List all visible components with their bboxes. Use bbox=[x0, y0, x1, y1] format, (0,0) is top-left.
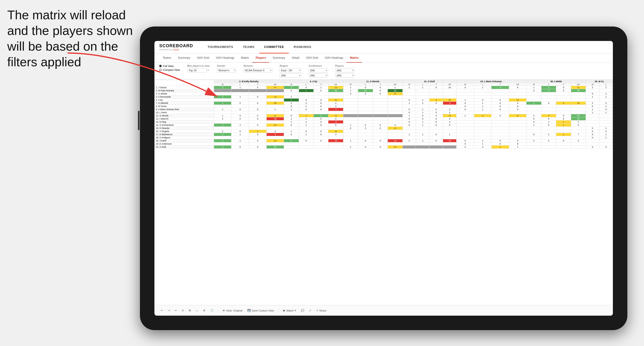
redo-btn[interactable]: ↪ bbox=[166, 308, 171, 313]
matrix-cell bbox=[509, 92, 526, 95]
subnav-teams[interactable]: Teams bbox=[159, 53, 174, 63]
region-select[interactable]: East - DII West - DII bbox=[280, 68, 301, 73]
matrix-cell: 2 bbox=[358, 124, 373, 127]
matrix-cell bbox=[541, 99, 556, 102]
players-sub-select[interactable]: (All) bbox=[335, 73, 354, 78]
subnav-h2h-grid2[interactable]: H2H Grid bbox=[302, 53, 322, 63]
matrix-cell: 5 bbox=[443, 124, 456, 127]
matrix-cell bbox=[299, 146, 314, 149]
back-btn[interactable]: ↩ bbox=[173, 308, 178, 313]
matrix-content[interactable]: 2. M Kelly Mulcahy 6. A Dy 11. G Woods 2… bbox=[154, 80, 613, 305]
matrix-cell: 1 bbox=[416, 133, 430, 136]
player-name-cell[interactable]: 14. S Srichantamit bbox=[155, 124, 214, 127]
compact-view-option[interactable]: Compact View bbox=[159, 68, 180, 71]
division-select[interactable]: NCAA Division II NCAA Division I NCAA Di… bbox=[244, 68, 272, 73]
player-name-cell[interactable]: 1. J Garcia bbox=[155, 86, 214, 89]
player-name-cell[interactable]: 21. O Stoll bbox=[155, 146, 214, 149]
region-sub-select-wrapper[interactable]: (All) bbox=[280, 73, 301, 78]
division-select-wrapper[interactable]: NCAA Division II NCAA Division I NCAA Di… bbox=[244, 68, 272, 73]
minus-btn[interactable]: — bbox=[194, 308, 200, 313]
view-original-btn[interactable]: 👁 View: Original bbox=[221, 308, 244, 313]
max-players-select[interactable]: Top 25 Top 10 Top 50 All bbox=[187, 68, 206, 73]
subnav-detail[interactable]: Detail bbox=[288, 53, 302, 63]
matrix-cell bbox=[526, 136, 541, 139]
nav-rankings[interactable]: RANKINGS bbox=[289, 41, 316, 53]
matrix-cell bbox=[556, 127, 571, 130]
refresh-btn[interactable]: ⊙ bbox=[180, 308, 185, 313]
player-name-cell[interactable]: 7. O Mitchell bbox=[155, 102, 214, 105]
player-name-cell[interactable]: 3. S Jelinek bbox=[155, 92, 214, 95]
matrix-cell bbox=[430, 136, 443, 139]
subnav-players[interactable]: Players bbox=[252, 53, 269, 63]
undo-btn[interactable]: ↩ bbox=[159, 308, 164, 313]
save-custom-btn[interactable]: 💾 Save Custom View bbox=[246, 308, 276, 313]
subnav-summary2[interactable]: Summary bbox=[269, 53, 288, 63]
player-name-cell[interactable]: 11. G Woods bbox=[155, 114, 214, 117]
matrix-cell bbox=[541, 108, 556, 111]
compact-view-radio[interactable] bbox=[159, 69, 162, 71]
gender-select-wrapper[interactable]: Women's Men's All bbox=[217, 68, 236, 73]
matrix-cell: 0 bbox=[556, 89, 571, 92]
nav-tournaments[interactable]: TOURNAMENTS bbox=[203, 41, 238, 53]
player-name-cell[interactable]: 17. D Ballesteros bbox=[155, 133, 214, 136]
share-btn[interactable]: ↗ Share bbox=[315, 308, 328, 313]
matrix-cell bbox=[373, 121, 388, 124]
plus-btn[interactable]: ⊕ bbox=[202, 308, 207, 313]
player-name-cell[interactable]: 18. H Hodgson bbox=[155, 136, 214, 139]
players-sub-select-wrapper[interactable]: (All) bbox=[335, 73, 354, 78]
player-name-cell[interactable]: 12. A Bianchi bbox=[155, 117, 214, 121]
logo-area[interactable]: SCOREBOARD Powered by clippd bbox=[159, 43, 193, 51]
player-name-cell[interactable]: 9. A Maria Jimenez Rios bbox=[155, 108, 214, 111]
conference-select-wrapper[interactable]: (All) bbox=[308, 68, 328, 73]
player-name-cell[interactable]: 20. E Andersson bbox=[155, 142, 214, 146]
matrix-cell bbox=[416, 105, 430, 108]
full-view-radio[interactable] bbox=[159, 65, 162, 67]
watch-btn[interactable]: ◉ Watch ▾ bbox=[281, 308, 298, 313]
region-select-wrapper[interactable]: East - DII West - DII bbox=[280, 68, 301, 73]
subnav-matrix1[interactable]: Matrix bbox=[238, 53, 252, 63]
full-view-option[interactable]: Full View bbox=[159, 65, 180, 67]
table-row: 20. E Andersson0108 bbox=[155, 142, 613, 146]
expand-btn[interactable]: ⤢ bbox=[308, 308, 313, 313]
matrix-cell bbox=[358, 130, 373, 133]
matrix-cell: 25 bbox=[571, 117, 586, 121]
player-name-cell[interactable]: 10. L Perini bbox=[155, 111, 214, 114]
sub-l5: L bbox=[474, 83, 492, 86]
matrix-cell bbox=[556, 136, 571, 139]
clock-btn[interactable]: 🕐 bbox=[209, 308, 215, 313]
matrix-cell: 0 bbox=[284, 133, 299, 136]
nav-teams[interactable]: TEAMS bbox=[238, 41, 259, 53]
matrix-cell bbox=[343, 117, 358, 121]
player-name-cell[interactable]: 13. N Klug bbox=[155, 121, 214, 124]
players-select[interactable]: (All) bbox=[335, 68, 354, 73]
matrix-cell bbox=[358, 142, 373, 146]
matrix-cell: 2 bbox=[541, 133, 556, 136]
comment-btn[interactable]: 💬 bbox=[300, 308, 306, 313]
subnav-h2h-grid1[interactable]: H2H Grid bbox=[194, 53, 212, 63]
gender-select[interactable]: Women's Men's All bbox=[217, 68, 236, 73]
subnav-h2h-heatmap1[interactable]: H2H Heatmap bbox=[212, 53, 238, 63]
player-name-cell[interactable]: 5. A Dy bbox=[155, 99, 214, 102]
player-name-cell[interactable]: 19. J Karth bbox=[155, 139, 214, 142]
matrix-cell bbox=[249, 121, 266, 124]
player-name-cell[interactable]: 4. A Nomrowski bbox=[155, 95, 214, 99]
expand-icon: ⤢ bbox=[309, 309, 311, 312]
player-name-cell[interactable]: 2. M Kelly Mulcahy bbox=[155, 89, 214, 92]
player-name-cell[interactable]: 15. H Stranda bbox=[155, 127, 214, 130]
players-select-wrapper[interactable]: (All) bbox=[335, 68, 354, 73]
subnav-summary1[interactable]: Summary bbox=[174, 53, 194, 63]
conference-sub-select-wrapper[interactable]: (All) bbox=[308, 73, 328, 78]
nav-committee[interactable]: COMMITTEE bbox=[259, 41, 289, 53]
conference-select[interactable]: (All) bbox=[308, 68, 328, 73]
matrix-cell: 0 bbox=[556, 86, 571, 89]
matrix-cell bbox=[492, 133, 509, 136]
player-name-cell[interactable]: 8. M Torres bbox=[155, 105, 214, 108]
region-sub-select[interactable]: (All) bbox=[280, 73, 301, 78]
player-name-cell[interactable]: 16. X Mcgaha bbox=[155, 130, 214, 133]
subnav-matrix2[interactable]: Matrix bbox=[346, 53, 362, 63]
subnav-h2h-heatmap2[interactable]: H2H Heatmap bbox=[322, 53, 346, 63]
grid-btn[interactable]: ⊞ bbox=[187, 308, 192, 313]
table-row: 17. D Ballesteros310-201031101021701 bbox=[155, 133, 613, 136]
conference-sub-select[interactable]: (All) bbox=[308, 73, 328, 78]
max-players-select-wrapper[interactable]: Top 25 Top 10 Top 50 All bbox=[187, 68, 210, 73]
